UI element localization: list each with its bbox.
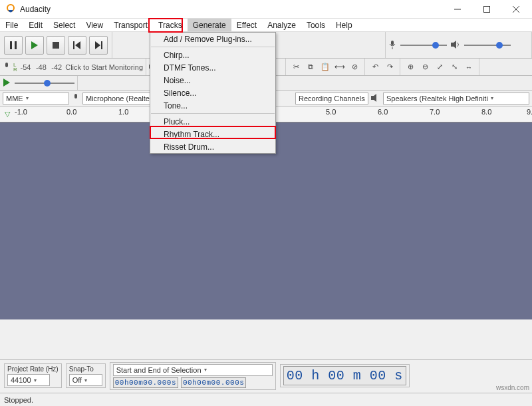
menu-item-pluck[interactable]: Pluck...: [150, 115, 275, 128]
menu-tools[interactable]: Tools: [301, 19, 331, 31]
maximize-button[interactable]: [472, 0, 501, 19]
menu-file[interactable]: File: [0, 19, 23, 31]
svg-marker-20: [371, 94, 376, 102]
svg-rect-16: [5, 63, 8, 67]
chevron-down-icon: ▾: [84, 377, 87, 383]
skip-start-button[interactable]: [68, 36, 86, 55]
selection-end[interactable]: 00h00m00.000s: [181, 377, 246, 388]
copy-button[interactable]: ⧉: [303, 60, 318, 75]
selection-box: Start and End of Selection▾ 00h00m00.000…: [110, 362, 276, 390]
speaker-icon: [371, 94, 380, 103]
undo-buttons: ↶ ↷: [365, 59, 400, 75]
menu-item-dtmf[interactable]: DTMF Tones...: [150, 61, 275, 74]
paste-button[interactable]: 📋: [318, 60, 332, 75]
menu-edit[interactable]: Edit: [23, 19, 48, 31]
host-select[interactable]: MME▾: [3, 93, 69, 104]
menu-item-rhythm[interactable]: Rhythm Track...: [150, 128, 275, 140]
trim-button[interactable]: ⟷: [332, 60, 347, 75]
mic-icon: [3, 62, 11, 73]
play-button[interactable]: [25, 36, 44, 55]
skip-end-button[interactable]: [89, 36, 108, 55]
pin-icon[interactable]: ▽: [0, 106, 15, 122]
zoom-sel-button[interactable]: ⤢: [432, 60, 447, 75]
position-box: 00 h 00 m 00 s: [280, 364, 410, 387]
output-select[interactable]: Speakers (Realtek High Definiti▾: [383, 93, 529, 104]
svg-rect-12: [101, 41, 102, 49]
zoom-toggle-button[interactable]: ↔: [462, 60, 476, 75]
svg-marker-11: [95, 41, 100, 49]
play-speed-group: [0, 76, 78, 90]
svg-marker-7: [31, 41, 38, 49]
menu-item-tone[interactable]: Tone...: [150, 99, 275, 112]
menu-view[interactable]: View: [80, 19, 108, 31]
rec-meter[interactable]: LR -54 -48 -42 Click to Start Monitoring: [0, 59, 146, 75]
menu-select[interactable]: Select: [48, 19, 80, 31]
menu-help[interactable]: Help: [331, 19, 358, 31]
menu-item-noise[interactable]: Noise...: [150, 74, 275, 87]
undo-button[interactable]: ↶: [368, 60, 382, 75]
menu-separator: [151, 113, 275, 114]
menu-item-plugins[interactable]: Add / Remove Plug-ins...: [150, 33, 275, 45]
selection-start[interactable]: 00h00m00.000s: [113, 377, 178, 388]
project-rate-select[interactable]: 44100▾: [7, 374, 50, 386]
menu-tracks[interactable]: Tracks: [153, 19, 188, 31]
stop-button[interactable]: [47, 36, 65, 55]
silence-button[interactable]: ⊘: [347, 60, 362, 75]
chevron-down-icon: ▾: [204, 367, 207, 373]
snap-select[interactable]: Off▾: [69, 374, 102, 386]
svg-rect-19: [74, 94, 77, 99]
cut-button[interactable]: ✂: [289, 60, 303, 75]
chevron-down-icon: ▾: [491, 95, 493, 101]
titlebar: Audacity: [0, 0, 532, 19]
minimize-button[interactable]: [443, 0, 472, 19]
svg-rect-13: [391, 41, 394, 45]
svg-marker-15: [451, 41, 456, 49]
menu-effect[interactable]: Effect: [231, 19, 262, 31]
rec-volume-slider[interactable]: [400, 41, 447, 50]
menu-transport[interactable]: Transport: [108, 19, 153, 31]
selection-mode-select[interactable]: Start and End of Selection▾: [113, 364, 273, 376]
pause-button[interactable]: [4, 36, 23, 55]
position-display[interactable]: 00 h 00 m 00 s: [283, 366, 406, 385]
zoom-buttons: ⊕ ⊖ ⤢ ⤡ ↔: [400, 59, 479, 75]
speaker-icon: [451, 41, 460, 50]
menu-analyze[interactable]: Analyze: [262, 19, 301, 31]
svg-rect-8: [53, 42, 59, 49]
zoom-out-button[interactable]: ⊖: [418, 60, 432, 75]
status-text: Stopped.: [4, 396, 33, 404]
menu-generate[interactable]: Generate: [188, 19, 231, 31]
window-title: Audacity: [20, 5, 443, 14]
chevron-down-icon: ▾: [26, 95, 29, 101]
chevron-down-icon: ▾: [34, 377, 37, 383]
selection-panel: Project Rate (Hz) 44100▾ Snap-To Off▾ St…: [0, 359, 532, 391]
zoom-in-button[interactable]: ⊕: [403, 60, 418, 75]
edit-buttons: ✂ ⧉ 📋 ⟷ ⊘: [286, 59, 365, 75]
snap-box: Snap-To Off▾: [66, 363, 106, 388]
menubar: File Edit Select View Transport Tracks G…: [0, 19, 532, 32]
svg-rect-5: [10, 41, 12, 49]
zoom-fit-button[interactable]: ⤡: [447, 60, 462, 75]
play-volume-slider[interactable]: [464, 41, 511, 50]
app-icon: [5, 4, 16, 15]
svg-rect-2: [484, 6, 490, 12]
menu-separator: [151, 47, 275, 47]
menu-item-chirp[interactable]: Chirp...: [150, 49, 275, 61]
redo-button[interactable]: ↷: [382, 60, 397, 75]
channels-select[interactable]: Recording Channels: [295, 93, 368, 104]
close-button[interactable]: [501, 0, 531, 19]
watermark: wsxdn.com: [496, 384, 529, 391]
speed-slider[interactable]: [15, 79, 74, 88]
svg-rect-6: [15, 41, 17, 49]
mic-icon: [388, 40, 396, 51]
mic-icon: [72, 93, 80, 104]
svg-marker-10: [75, 41, 80, 49]
volume-group: [386, 32, 532, 58]
generate-dropdown: Add / Remove Plug-ins... Chirp... DTMF T…: [150, 32, 276, 154]
transport-group: [0, 32, 112, 58]
menu-item-risset[interactable]: Risset Drum...: [150, 140, 275, 153]
svg-rect-9: [73, 41, 74, 49]
svg-marker-18: [3, 79, 10, 87]
menu-item-silence[interactable]: Silence...: [150, 87, 275, 99]
play-speed-icon[interactable]: [3, 79, 11, 88]
project-rate-box: Project Rate (Hz) 44100▾: [4, 363, 62, 388]
